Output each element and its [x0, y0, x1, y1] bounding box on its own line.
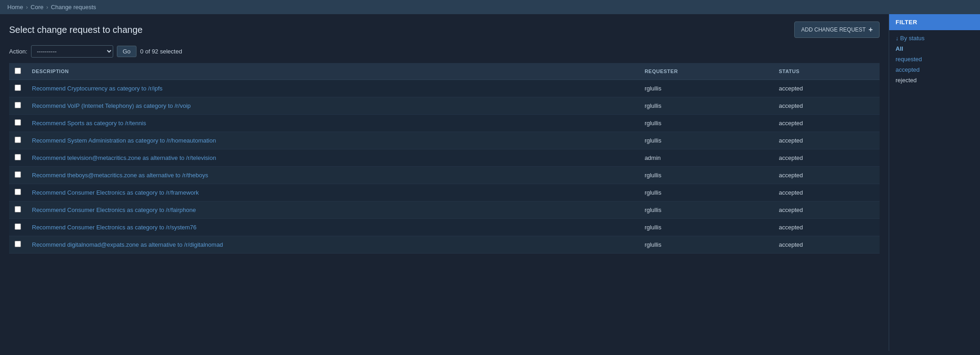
- table-row: Recommend Consumer Electronics as catego…: [9, 201, 880, 219]
- filter-status-text: ↓ By status: [896, 35, 925, 42]
- row-description-link[interactable]: Recommend System Administration as categ…: [32, 137, 216, 144]
- row-status: accepted: [773, 219, 880, 236]
- table-row: Recommend System Administration as categ…: [9, 132, 880, 149]
- row-requester: rglullis: [639, 201, 773, 219]
- row-requester: rglullis: [639, 184, 773, 201]
- row-description-link[interactable]: Recommend television@metacritics.zone as…: [32, 154, 216, 161]
- row-description-link[interactable]: Recommend Sports as category to /r/tenni…: [32, 120, 146, 127]
- filter-by-status-label: ↓ By status: [889, 30, 980, 44]
- table-row: Recommend digitalnomad@expats.zone as al…: [9, 236, 880, 254]
- row-description-link[interactable]: Recommend Consumer Electronics as catego…: [32, 207, 196, 213]
- row-checkbox[interactable]: [15, 154, 21, 160]
- filter-option-accepted[interactable]: accepted: [896, 65, 974, 74]
- filter-header: FILTER: [889, 14, 980, 30]
- row-description-link[interactable]: Recommend Cryptocurrency as category to …: [32, 85, 162, 92]
- filter-option-requested[interactable]: requested: [896, 55, 974, 64]
- row-checkbox[interactable]: [15, 102, 21, 108]
- row-requester: rglullis: [639, 219, 773, 236]
- table-header-row: DESCRIPTION REQUESTER STATUS: [9, 63, 880, 80]
- row-checkbox[interactable]: [15, 241, 21, 247]
- filter-options: Allrequestedacceptedrejected: [889, 44, 980, 89]
- action-select[interactable]: ----------: [31, 45, 113, 58]
- requester-header: REQUESTER: [639, 63, 773, 80]
- table-row: Recommend Sports as category to /r/tenni…: [9, 115, 880, 132]
- table-row: Recommend theboys@metacritics.zone as al…: [9, 167, 880, 184]
- row-status: accepted: [773, 236, 880, 254]
- row-status: accepted: [773, 149, 880, 167]
- row-checkbox[interactable]: [15, 119, 21, 126]
- table-row: Recommend Consumer Electronics as catego…: [9, 219, 880, 236]
- row-checkbox[interactable]: [15, 137, 21, 143]
- plus-icon: +: [869, 26, 873, 34]
- selected-count: 0 of 92 selected: [140, 48, 182, 55]
- filter-sidebar: FILTER ↓ By status Allrequestedacceptedr…: [889, 14, 980, 351]
- row-description-link[interactable]: Recommend theboys@metacritics.zone as al…: [32, 172, 208, 179]
- breadcrumb: Home › Core › Change requests: [0, 0, 980, 14]
- table-row: Recommend VoIP (Internet Telephony) as c…: [9, 97, 880, 115]
- go-button[interactable]: Go: [117, 46, 136, 57]
- row-requester: rglullis: [639, 115, 773, 132]
- breadcrumb-sep1: ›: [26, 4, 28, 11]
- page-title: Select change request to change: [9, 25, 142, 35]
- description-header: DESCRIPTION: [26, 63, 639, 80]
- filter-option-all[interactable]: All: [896, 44, 974, 53]
- row-status: accepted: [773, 184, 880, 201]
- row-requester: rglullis: [639, 132, 773, 149]
- row-status: accepted: [773, 201, 880, 219]
- row-checkbox[interactable]: [15, 171, 21, 178]
- change-requests-table: DESCRIPTION REQUESTER STATUS Recommend C…: [9, 63, 880, 254]
- row-checkbox[interactable]: [15, 189, 21, 195]
- row-status: accepted: [773, 80, 880, 97]
- select-all-checkbox[interactable]: [15, 68, 21, 74]
- row-requester: rglullis: [639, 236, 773, 254]
- row-requester: admin: [639, 149, 773, 167]
- table-row: Recommend Cryptocurrency as category to …: [9, 80, 880, 97]
- row-status: accepted: [773, 97, 880, 115]
- row-description-link[interactable]: Recommend digitalnomad@expats.zone as al…: [32, 241, 223, 248]
- row-status: accepted: [773, 132, 880, 149]
- table-row: Recommend television@metacritics.zone as…: [9, 149, 880, 167]
- breadcrumb-section: Change requests: [51, 4, 96, 11]
- add-button-label: ADD CHANGE REQUEST: [801, 26, 865, 33]
- filter-option-rejected[interactable]: rejected: [896, 76, 974, 85]
- row-description-link[interactable]: Recommend Consumer Electronics as catego…: [32, 224, 197, 231]
- select-all-header[interactable]: [9, 63, 26, 80]
- status-header: STATUS: [773, 63, 880, 80]
- row-checkbox[interactable]: [15, 85, 21, 91]
- row-requester: rglullis: [639, 97, 773, 115]
- row-status: accepted: [773, 115, 880, 132]
- breadcrumb-core[interactable]: Core: [31, 4, 43, 11]
- row-description-link[interactable]: Recommend VoIP (Internet Telephony) as c…: [32, 102, 191, 109]
- row-description-link[interactable]: Recommend Consumer Electronics as catego…: [32, 189, 199, 196]
- breadcrumb-sep2: ›: [46, 4, 48, 11]
- row-requester: rglullis: [639, 167, 773, 184]
- row-checkbox[interactable]: [15, 206, 21, 212]
- action-label: Action:: [9, 48, 27, 55]
- table-row: Recommend Consumer Electronics as catego…: [9, 184, 880, 201]
- table-body: Recommend Cryptocurrency as category to …: [9, 80, 880, 254]
- add-change-request-button[interactable]: ADD CHANGE REQUEST +: [794, 21, 880, 38]
- row-checkbox[interactable]: [15, 223, 21, 230]
- row-requester: rglullis: [639, 80, 773, 97]
- breadcrumb-home[interactable]: Home: [7, 4, 23, 11]
- row-status: accepted: [773, 167, 880, 184]
